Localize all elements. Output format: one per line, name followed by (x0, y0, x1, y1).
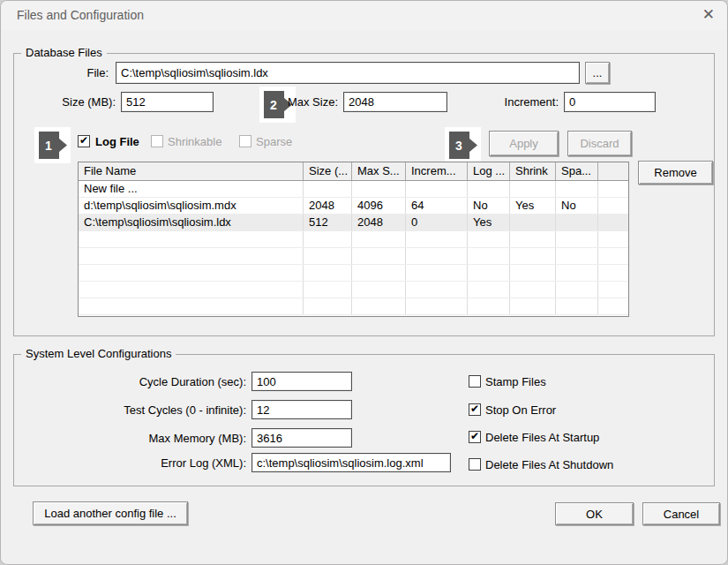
error-log-input[interactable] (251, 453, 451, 472)
stop-on-error-checkbox[interactable]: ✔ (469, 403, 481, 416)
table-row-mdx[interactable]: d:\temp\sqliosim\sqliosim.mdx 2048 4096 … (79, 198, 628, 215)
test-cycles-input[interactable] (251, 400, 352, 419)
files-table[interactable]: File Name Size (... Max S... Increm... L… (78, 162, 629, 317)
max-memory-label: Max Memory (MB): (26, 432, 246, 445)
cell-shrink: Yes (510, 198, 556, 214)
delete-startup-checkbox[interactable]: ✔ (469, 431, 481, 443)
cell-file-name[interactable]: New file ... (79, 181, 304, 197)
max-size-label: Max Size: (287, 95, 338, 109)
col-header-sparse[interactable]: Spa... (556, 162, 598, 180)
cell-log (468, 181, 510, 197)
remove-button[interactable]: Remove (638, 161, 713, 185)
col-header-increment[interactable]: Increm... (406, 162, 468, 180)
cell-increment: 0 (406, 215, 468, 230)
cell-file-name[interactable]: C:\temp\sqliosim\sqliosim.ldx (79, 215, 304, 230)
cell-size: 512 (304, 215, 352, 230)
delete-shutdown-label: Delete Files At Shutdown (485, 458, 613, 471)
cell-sparse (556, 181, 598, 197)
cell-shrink (510, 215, 556, 230)
cell-sparse: No (556, 198, 598, 214)
cell-increment (406, 181, 468, 197)
callout-badge-1: 1 (34, 127, 71, 163)
sparse-checkbox[interactable] (239, 135, 251, 147)
callout-badge-3-arrow: 3 (449, 132, 477, 159)
table-row-ldx-selected[interactable]: C:\temp\sqliosim\sqliosim.ldx 512 2048 0… (79, 215, 628, 231)
table-row-empty (79, 265, 628, 282)
dialog-title: Files and Configuration (17, 8, 144, 22)
cell-empty (598, 215, 628, 230)
shrinkable-label: Shrinkable (168, 135, 221, 148)
increment-label: Increment: (495, 95, 559, 109)
size-label: Size (MB): (41, 95, 116, 109)
callout-badge-3: 3 (445, 127, 481, 163)
cell-shrink (510, 181, 556, 197)
cell-size: 2048 (304, 198, 352, 214)
table-row-empty (79, 298, 628, 315)
cell-file-name[interactable]: d:\temp\sqliosim\sqliosim.mdx (79, 198, 304, 214)
file-input[interactable] (116, 62, 580, 84)
col-header-shrink[interactable]: Shrink (510, 162, 556, 180)
files-table-header: File Name Size (... Max S... Increm... L… (79, 162, 628, 181)
cell-log: Yes (468, 215, 510, 230)
cell-max-size: 2048 (352, 215, 406, 230)
max-memory-input[interactable] (251, 428, 352, 448)
title-bar: Files and Configuration ✕ (1, 1, 727, 30)
database-files-group-label: Database Files (21, 46, 107, 59)
delete-startup-label: Delete Files At Startup (485, 431, 599, 444)
col-header-empty (598, 162, 628, 180)
callout-badge-1-arrow: 1 (39, 132, 67, 159)
discard-button[interactable]: Discard (567, 131, 632, 156)
cell-empty (598, 181, 628, 197)
col-header-log[interactable]: Log ... (468, 162, 510, 180)
log-file-label: Log File (95, 135, 139, 148)
files-and-configuration-dialog: Files and Configuration ✕ Database Files… (0, 0, 728, 565)
cell-log: No (468, 198, 510, 214)
apply-button[interactable]: Apply (489, 131, 559, 156)
cancel-button[interactable]: Cancel (642, 502, 720, 525)
ok-button[interactable]: OK (555, 502, 634, 525)
load-config-button[interactable]: Load another config file ... (33, 501, 188, 525)
max-size-input[interactable] (343, 92, 447, 112)
table-row-empty (79, 231, 628, 248)
log-file-checkbox[interactable]: ✔ (78, 135, 90, 147)
cell-increment: 64 (406, 198, 468, 214)
system-config-group-label: System Level Configurations (21, 347, 176, 360)
stamp-files-label: Stamp Files (485, 375, 546, 388)
table-row-new-file[interactable]: New file ... (79, 181, 628, 198)
table-row-empty (79, 248, 628, 265)
stamp-files-checkbox[interactable] (469, 375, 481, 388)
col-header-max-size[interactable]: Max S... (352, 162, 406, 180)
cell-size (304, 181, 352, 197)
file-label: File: (54, 66, 109, 79)
sparse-label: Sparse (256, 135, 292, 148)
cell-max-size: 4096 (352, 198, 406, 214)
delete-shutdown-checkbox[interactable] (469, 458, 481, 471)
close-icon[interactable]: ✕ (702, 6, 715, 24)
error-log-label: Error Log (XML): (26, 456, 246, 470)
col-header-file-name[interactable]: File Name (79, 162, 304, 180)
cell-sparse (556, 215, 598, 230)
increment-input[interactable] (564, 92, 656, 112)
browse-button[interactable]: ... (585, 62, 610, 84)
table-row-empty (79, 282, 628, 298)
col-header-size[interactable]: Size (... (304, 162, 352, 180)
cell-max-size (352, 181, 406, 197)
cycle-duration-input[interactable] (251, 372, 352, 391)
stop-on-error-label: Stop On Error (485, 403, 556, 417)
test-cycles-label: Test Cycles (0 - infinite): (26, 403, 246, 417)
shrinkable-checkbox[interactable] (151, 135, 163, 147)
cell-empty (598, 198, 628, 214)
cycle-duration-label: Cycle Duration (sec): (26, 375, 246, 388)
size-input[interactable] (121, 92, 214, 112)
